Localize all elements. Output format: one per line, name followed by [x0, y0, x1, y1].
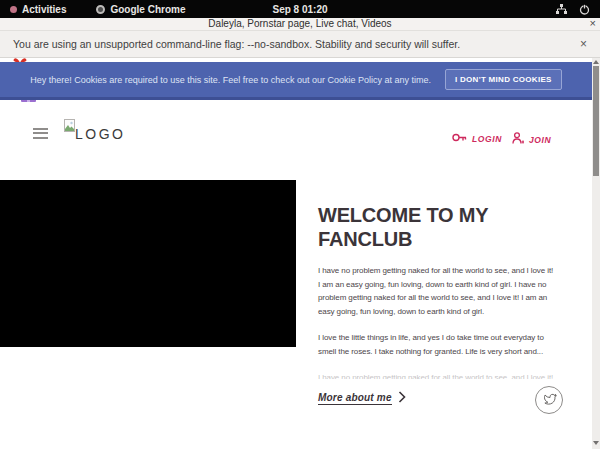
login-label: LOGIN	[472, 134, 502, 144]
scrollbar-up-icon[interactable]	[593, 60, 599, 64]
more-about-me-label: More about me	[318, 392, 392, 405]
app-menu-google-chrome[interactable]: Google Chrome	[90, 0, 191, 18]
key-icon	[452, 133, 467, 144]
login-button[interactable]: LOGIN	[452, 133, 502, 144]
about-paragraph-1: I have no problem getting naked for all …	[318, 264, 556, 318]
accept-cookies-button[interactable]: I DON'T MIND COOKIES	[445, 69, 562, 90]
browser-scrollbar[interactable]	[592, 58, 600, 449]
broken-image-icon	[64, 119, 75, 132]
scrollbar-down-icon[interactable]	[593, 441, 599, 445]
menu-icon[interactable]	[33, 128, 48, 141]
page-title: Daleyla, Pornstar page, Live chat, Video…	[0, 18, 600, 30]
welcome-heading: WELCOME TO MY FANCLUB	[318, 204, 528, 251]
infobar-message: You are using an unsupported command-lin…	[13, 38, 460, 50]
browser-scrollbar-thumb[interactable]	[593, 66, 599, 176]
join-button[interactable]: JOIN	[512, 132, 551, 147]
gnome-top-bar: Activities Google Chrome Sep 8 01:20	[0, 0, 600, 18]
video-player[interactable]	[0, 180, 296, 347]
activities-indicator-icon	[10, 6, 17, 13]
infobar-close-icon[interactable]: ×	[580, 37, 587, 51]
chrome-infobar: You are using an unsupported command-lin…	[0, 31, 600, 58]
close-tab-icon[interactable]: ×	[590, 17, 596, 29]
chevron-right-icon	[398, 389, 406, 407]
more-about-me-link[interactable]: More about me	[318, 389, 406, 407]
app-menu-label: Google Chrome	[110, 4, 185, 15]
twitter-button[interactable]	[535, 386, 563, 414]
activities-label: Activities	[22, 4, 66, 15]
power-icon[interactable]	[579, 4, 590, 15]
activities-button[interactable]: Activities	[4, 0, 72, 18]
site-logo[interactable]: LOGO	[64, 119, 124, 153]
logo-text: LOGO	[75, 126, 125, 142]
twitter-icon	[542, 391, 557, 409]
network-icon[interactable]	[556, 4, 567, 14]
page-viewport: Hey there! Cookies are required to use t…	[0, 58, 600, 449]
about-section: WELCOME TO MY FANCLUB I have no problem …	[318, 204, 556, 379]
add-user-icon	[512, 132, 524, 147]
content-scrollbar[interactable]	[558, 203, 566, 375]
cookie-message: Hey there! Cookies are required to use t…	[30, 75, 431, 85]
content-scrollbar-thumb[interactable]	[558, 216, 565, 310]
about-paragraph-2: I love the little things in life, and ye…	[318, 331, 556, 358]
cookie-banner: Hey there! Cookies are required to use t…	[0, 62, 592, 100]
about-paragraph-3-clipped: I have no problem getting naked for all …	[318, 371, 556, 379]
browser-titlebar: Daleyla, Pornstar page, Live chat, Video…	[0, 18, 600, 31]
chrome-icon	[96, 5, 105, 14]
join-label: JOIN	[529, 135, 551, 145]
